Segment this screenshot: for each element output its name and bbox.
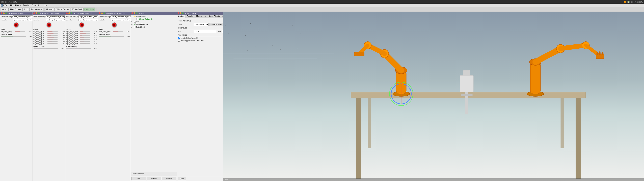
ctrl-ns-dropdown-4[interactable]: /right_hand/controller_ma (111, 16, 131, 18)
focus-camera-button[interactable]: Focus Camera (30, 8, 44, 11)
joint-slider-2-6[interactable] (47, 43, 58, 44)
2d-nav-button[interactable]: 2D Nav Goal (71, 8, 83, 11)
menu-running[interactable]: Running (22, 4, 30, 6)
joint-slider-2-3[interactable] (47, 37, 58, 38)
tree-check-grid[interactable]: ✓ (134, 20, 136, 22)
motion-max-btn[interactable] (182, 12, 184, 14)
ctrl-ns-dropdown-2[interactable]: /left_arm/controller_manage (46, 16, 65, 18)
stop-button-1[interactable] (14, 22, 18, 27)
max-btn-2[interactable] (38, 12, 40, 14)
close-btn-3[interactable] (66, 12, 68, 14)
tree-item-pointcloud2[interactable]: ▶ ✓ PointCloud2 (131, 26, 176, 28)
stop-button-2[interactable] (46, 22, 51, 27)
collision-aware-checkbox[interactable] (178, 37, 180, 39)
min-btn-1[interactable] (3, 12, 5, 14)
speed-slider-2[interactable] (33, 48, 58, 50)
max-btn-1[interactable] (5, 12, 7, 14)
joint-slider-2-4[interactable] (47, 39, 58, 40)
viewport-3d[interactable]: 29 fps (223, 12, 644, 181)
menu-file[interactable]: File (9, 4, 14, 6)
joint-slider-3-6[interactable] (80, 43, 90, 44)
joint-slider-3-3[interactable] (80, 37, 90, 38)
2d-pose-button[interactable]: 2D Pose Estimate (54, 8, 70, 11)
rename-display-button[interactable]: Rename (162, 177, 176, 180)
tree-item-grid[interactable]: ▶ ✓ Grid (131, 20, 176, 23)
app-launcher-icon[interactable]: ⊞ (1, 1, 4, 3)
tree-check-pointcloud[interactable]: ✓ (134, 26, 136, 28)
host-input[interactable] (194, 30, 216, 33)
joint-slider-1-0[interactable] (14, 31, 25, 32)
joint-slider-3-5[interactable] (80, 41, 90, 42)
joint-slider-2-1[interactable] (47, 33, 58, 34)
reset-button[interactable]: Reset (178, 177, 186, 180)
tree-check-status[interactable]: ✓ (136, 18, 138, 20)
speed-slider-4[interactable] (99, 36, 124, 37)
close-btn-2[interactable] (33, 12, 35, 14)
joint-slider-2-5[interactable] (47, 41, 58, 42)
svg-rect-18 (318, 32, 318, 32)
remove-display-button[interactable]: Remove (146, 177, 161, 180)
menu-help[interactable]: Help (43, 4, 48, 6)
move-camera-button[interactable]: Move Camera (9, 8, 22, 11)
displays-min-btn[interactable] (134, 12, 135, 14)
publish-point-button[interactable]: Publish Point (83, 8, 96, 11)
measure-button[interactable]: Measure (45, 8, 54, 11)
svg-rect-28 (289, 47, 289, 47)
min-btn-3[interactable] (68, 12, 70, 14)
ctrl-ns-dropdown-1[interactable]: /left_hand/controller_m (13, 16, 32, 18)
ctrl-dropdown-1[interactable]: joint_trajectory_control (13, 18, 32, 21)
joint-slider-2-2[interactable] (47, 35, 58, 36)
tree-item-global-status[interactable]: ✓ Global Status: OK (134, 18, 176, 20)
ctrl-dropdown-3[interactable]: joint_trajectory_control (78, 18, 98, 21)
joint-name-2-1: left_arm_1_joint (33, 33, 47, 34)
joint-slider-4-0[interactable] (113, 31, 123, 32)
displays-max-btn[interactable] (136, 12, 138, 14)
interact-button[interactable]: Interact (1, 8, 8, 11)
tree-item-motionplanning[interactable]: ▶ ✓ MotionPlanning (131, 23, 176, 26)
tree-check-motion[interactable]: ✓ (134, 23, 136, 25)
select-button[interactable]: Select (22, 8, 30, 11)
joint-track-2-0 (47, 31, 58, 32)
joint-fill-2-1 (48, 34, 54, 34)
close-btn-1[interactable] (1, 12, 2, 14)
ctrl-ns-dropdown-3[interactable]: /right_arm/controller_man (78, 16, 98, 18)
tab-manipulation[interactable]: Manipulation (195, 15, 207, 18)
ctrl-row-2: controller joint_trajectory_control (33, 18, 64, 21)
speed-slider-1[interactable] (1, 36, 26, 37)
planning-pipeline-dropdown[interactable]: <unspecified> (194, 23, 209, 26)
wifi-icon[interactable]: 📶 (624, 1, 626, 3)
motion-min-btn[interactable] (180, 12, 182, 14)
panel-title-3: Joint trajectory controller (2) (73, 12, 97, 14)
menu-perspectives[interactable]: Perspectives (31, 4, 42, 6)
publish-current-scene-button[interactable]: Publish Current Scene (209, 23, 223, 26)
joint-slider-3-4[interactable] (80, 39, 90, 40)
add-display-button[interactable]: Add (132, 177, 146, 180)
tab-stored-scenes[interactable]: Stored Scenes (221, 15, 223, 18)
approximate-ik-checkbox[interactable] (178, 40, 180, 42)
joint-name-2-6: left_arm_6_joint (33, 43, 47, 44)
close-btn-4[interactable] (99, 12, 100, 14)
min-btn-4[interactable] (101, 12, 103, 14)
menu-plugins[interactable]: Plugins (14, 4, 22, 6)
joint-slider-3-0[interactable] (80, 31, 90, 32)
ctrl-dropdown-4[interactable]: joint_trajectory_control (111, 18, 131, 21)
joint-slider-3-2[interactable] (80, 35, 90, 36)
joint-slider-3-1[interactable] (80, 33, 90, 34)
joint-slider-2-0[interactable] (47, 31, 58, 32)
battery-icon[interactable]: 🔋 (628, 1, 630, 3)
speed-slider-3[interactable] (66, 48, 91, 50)
max-btn-4[interactable] (104, 12, 105, 14)
displays-close-btn[interactable] (132, 12, 133, 14)
min-btn-2[interactable] (36, 12, 38, 14)
port-input[interactable] (222, 30, 223, 33)
stop-button-4[interactable] (112, 22, 117, 27)
tree-label-motionplanning: MotionPlanning (136, 24, 148, 25)
tree-item-global-options[interactable]: ▼ 📁 Global Options (131, 15, 176, 18)
motion-close-btn[interactable] (178, 12, 179, 14)
tab-scene-objects[interactable]: Scene Objects (207, 15, 221, 18)
ctrl-dropdown-2[interactable]: joint_trajectory_control (46, 18, 65, 21)
tab-context[interactable]: Context (177, 15, 186, 18)
stop-button-3[interactable] (79, 22, 84, 27)
tab-planning[interactable]: Planning (186, 15, 195, 18)
max-btn-3[interactable] (71, 12, 72, 14)
